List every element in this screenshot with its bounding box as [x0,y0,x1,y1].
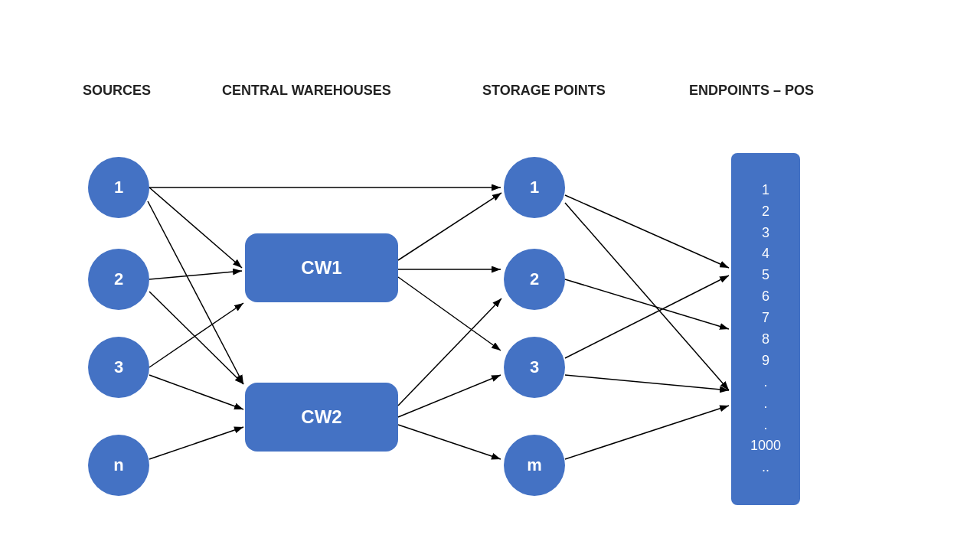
svg-line-15 [565,195,729,268]
svg-line-2 [149,271,242,279]
label-central-warehouses: CENTRAL WAREHOUSES [222,83,391,99]
warehouse-cw1: CW1 [245,233,398,302]
svg-line-16 [565,279,729,329]
storage-node-m: m [504,435,565,496]
svg-line-4 [148,201,243,384]
svg-line-17 [565,203,729,390]
svg-line-9 [398,193,501,260]
svg-line-3 [149,303,243,367]
svg-line-19 [565,375,729,390]
svg-line-6 [149,375,243,409]
source-node-2: 2 [88,249,149,310]
svg-line-20 [565,406,729,459]
source-node-1: 1 [88,157,149,218]
svg-line-12 [398,298,501,406]
label-endpoints: ENDPOINTS – POS [689,83,814,99]
warehouse-cw2: CW2 [245,383,398,452]
diagram-container: SOURCES CENTRAL WAREHOUSES STORAGE POINT… [0,0,980,551]
label-storage-points: STORAGE POINTS [482,83,606,99]
svg-line-13 [398,375,501,417]
svg-line-14 [398,425,501,459]
storage-node-1: 1 [504,157,565,218]
endpoints-box: 1 2 3 4 5 6 7 8 9 . . . 1000 .. [731,153,800,505]
svg-line-11 [398,277,501,350]
source-node-n: n [88,435,149,496]
storage-node-2: 2 [504,249,565,310]
svg-line-18 [565,276,729,358]
svg-line-1 [149,187,242,268]
svg-line-7 [149,427,243,459]
storage-node-3: 3 [504,337,565,398]
svg-line-5 [149,292,243,384]
label-sources: SOURCES [83,83,151,99]
source-node-3: 3 [88,337,149,398]
